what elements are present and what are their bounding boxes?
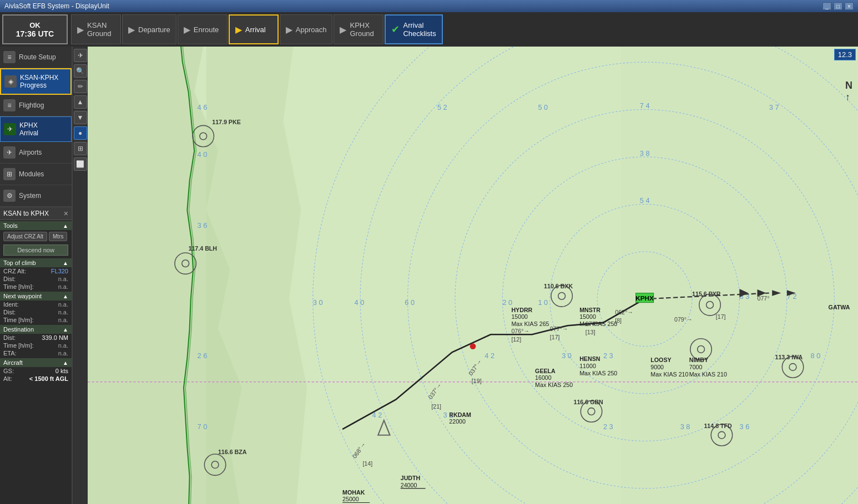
flightlog-icon: ≡ — [3, 99, 16, 111]
map-tool-draw[interactable]: ✏ — [74, 80, 87, 93]
svg-text:22000: 22000 — [449, 418, 466, 425]
titlebar: AivlaSoft EFB System - DisplayUnit _ □ × — [0, 0, 858, 12]
next-waypoint-label: Next waypoint — [3, 293, 42, 299]
svg-text:113.3 IWA: 113.3 IWA — [775, 354, 803, 360]
dest-eta-row: ETA: n.a. — [0, 349, 72, 357]
nav-approach-label: Approach — [296, 26, 327, 34]
panel-close[interactable]: × — [64, 209, 68, 218]
nav-ksan-ground[interactable]: ▶ KSANGround — [71, 14, 121, 44]
svg-text:[21]: [21] — [431, 403, 441, 410]
adjust-crz-alt-btn[interactable]: Adjust CRZ Alt — [3, 232, 47, 241]
svg-text:2 3: 2 3 — [603, 352, 613, 360]
range-value: 12.3 — [838, 50, 852, 59]
svg-text:5 0: 5 0 — [538, 103, 548, 111]
route-setup-icon: ≡ — [3, 51, 16, 63]
toc-dist-row: Dist: n.a. — [0, 275, 72, 283]
svg-text:16000: 16000 — [535, 374, 552, 381]
toc-chevron: ▲ — [63, 260, 68, 266]
crz-alt-label: CRZ Alt: — [3, 268, 26, 274]
map-container[interactable]: 5 4 3 8 7 4 8 3 7 2 6 0 4 0 3 0 2 0 1 0 … — [88, 47, 858, 504]
aircraft-chevron: ▲ — [63, 360, 68, 366]
nav-kphx-ground[interactable]: ▶ KPHXGround — [334, 14, 383, 44]
svg-text:5 4: 5 4 — [640, 196, 650, 205]
map-tool-box[interactable]: ⬜ — [74, 157, 87, 171]
svg-text:1 0: 1 0 — [538, 298, 548, 307]
titlebar-controls[interactable]: _ □ × — [822, 2, 854, 10]
map-tool-down[interactable]: ▼ — [74, 111, 87, 124]
svg-text:Max KIAS 210: Max KIAS 210 — [689, 371, 727, 378]
svg-text:GATWA: GATWA — [829, 304, 850, 310]
arrow-icon-6: ▶ — [340, 24, 346, 35]
map-tool-circle[interactable]: ● — [74, 126, 87, 140]
svg-text:3 6: 3 6 — [739, 422, 749, 431]
svg-text:3 0: 3 0 — [562, 352, 572, 360]
sidebar: ≡ Route Setup ◈ KSAN-KPHXProgress ≡ Flig… — [0, 47, 72, 504]
nw-dist-label: Dist: — [3, 309, 16, 315]
arrow-icon-3: ▶ — [184, 24, 190, 35]
svg-text:HYDRR: HYDRR — [511, 307, 532, 313]
map-tool-zoom[interactable]: 🔍 — [74, 64, 87, 78]
svg-text:7000: 7000 — [689, 364, 703, 370]
nav-enroute[interactable]: ▶ Enroute — [178, 14, 228, 44]
svg-text:MOHAK: MOHAK — [342, 489, 365, 496]
toc-time-row: Time [h/m]: n.a. — [0, 283, 72, 291]
mtrs-btn[interactable]: Mtrs — [49, 232, 67, 241]
sidebar-route-setup[interactable]: ≡ Route Setup — [0, 47, 72, 68]
sidebar-airports[interactable]: ✈ Airports — [0, 142, 72, 164]
checklist-check-icon: ✔ — [391, 23, 400, 35]
sidebar-progress-label: KSAN-KPHXProgress — [20, 74, 58, 89]
north-arrow: N↑ — [845, 80, 852, 103]
map-tool-aircraft[interactable]: ✈ — [74, 49, 87, 62]
svg-text:4 6: 4 6 — [198, 103, 208, 111]
svg-text:3 8: 3 8 — [680, 422, 690, 431]
svg-text:[13]: [13] — [586, 329, 595, 335]
range-indicator: 12.3 — [834, 49, 856, 60]
sidebar-progress[interactable]: ◈ KSAN-KPHXProgress — [0, 68, 72, 95]
minimize-button[interactable]: _ — [822, 2, 831, 10]
modules-icon: ⊞ — [3, 168, 16, 180]
arrow-icon-4: ▶ — [235, 24, 242, 35]
svg-text:NIMBY: NIMBY — [689, 357, 708, 363]
svg-text:115.6 PXR: 115.6 PXR — [692, 291, 721, 297]
nw-ident-val: n.a. — [58, 301, 68, 308]
aircraft-alt-val: < 1500 ft AGL — [29, 375, 68, 382]
nav-arrival[interactable]: ▶ Arrival — [229, 14, 279, 44]
sidebar-flightlog[interactable]: ≡ Flightlog — [0, 95, 72, 116]
svg-text:062°→: 062°→ — [615, 309, 633, 315]
nav-departure[interactable]: ▶ Departure — [122, 14, 176, 44]
sidebar-system-label: System — [19, 192, 41, 200]
nw-dist-val: n.a. — [58, 309, 68, 315]
sidebar-modules[interactable]: ⊞ Modules — [0, 164, 72, 185]
nav-ksan-ground-label: KSANGround — [87, 21, 111, 38]
aircraft-gs-val: 0 kts — [55, 368, 68, 374]
nav-approach[interactable]: ▶ Approach — [280, 14, 333, 44]
nw-chevron: ▲ — [63, 293, 68, 299]
system-icon: ⚙ — [3, 190, 16, 202]
nw-ident-label: Ident: — [3, 301, 19, 308]
close-button[interactable]: × — [845, 2, 854, 10]
svg-text:[14]: [14] — [362, 460, 372, 467]
sidebar-modules-label: Modules — [19, 170, 44, 178]
ksan-kphx-label: KSAN to KPHX — [3, 210, 49, 217]
svg-text:[19]: [19] — [472, 378, 482, 384]
svg-text:2 3: 2 3 — [603, 422, 613, 431]
svg-text:KPHX: KPHX — [635, 294, 654, 302]
svg-text:7 4: 7 4 — [640, 101, 650, 110]
dest-time-row: Time [h/m]: n.a. — [0, 342, 72, 349]
svg-text:25000: 25000 — [342, 496, 359, 502]
nav-arrival-checklists[interactable]: ✔ ArrivalChecklists — [385, 14, 442, 44]
sidebar-kphx-arrival[interactable]: ✈ KPHXArrival — [0, 116, 72, 142]
svg-point-41 — [470, 343, 476, 349]
svg-text:3 6: 3 6 — [198, 221, 208, 230]
next-waypoint-header: Next waypoint ▲ — [0, 292, 72, 301]
descend-now-btn[interactable]: Descend now — [3, 245, 68, 256]
tools-panel: KSAN to KPHX × Tools ▲ Adjust CRZ Alt Mt… — [0, 207, 72, 504]
map-tool-grid[interactable]: ⊞ — [74, 142, 87, 155]
sidebar-system[interactable]: ⚙ System — [0, 185, 72, 207]
svg-text:15000: 15000 — [511, 314, 528, 320]
maximize-button[interactable]: □ — [834, 2, 842, 10]
top-of-climb-header: Top of climb ▲ — [0, 258, 72, 267]
svg-text:3 7: 3 7 — [769, 103, 779, 111]
svg-text:Max KIAS 250: Max KIAS 250 — [579, 370, 617, 376]
map-tool-up[interactable]: ▲ — [74, 95, 87, 109]
